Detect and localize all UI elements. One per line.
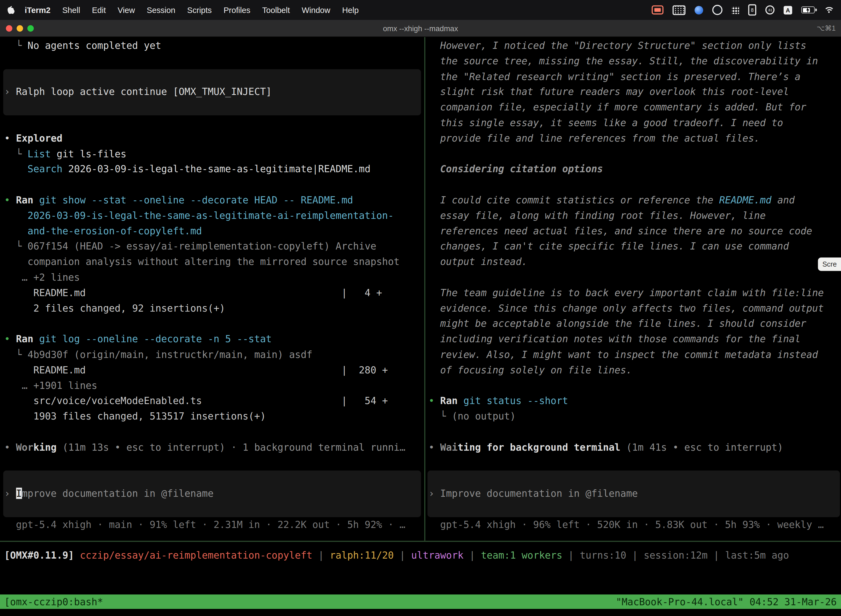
apple-logo[interactable] bbox=[7, 6, 14, 14]
screen: iTerm2ShellEditViewSessionScriptsProfile… bbox=[0, 0, 841, 616]
terminal-line: Considering citation options bbox=[428, 162, 841, 177]
minimize-button[interactable] bbox=[16, 25, 23, 31]
terminal-line bbox=[428, 455, 841, 471]
terminal-line: slight risk that future readers may over… bbox=[428, 84, 841, 100]
gauge-icon[interactable]: .61 bbox=[765, 5, 775, 14]
terminal-line: output instead. bbox=[428, 254, 841, 270]
text-segment: | bbox=[626, 550, 644, 561]
text-segment: gpt-5.4 xhigh · 96% left · 520K in · 5.8… bbox=[428, 519, 823, 530]
screen-recording-icon[interactable] bbox=[652, 5, 664, 14]
app-grid-icon[interactable] bbox=[731, 6, 739, 13]
left-pane-output: └ No agents completed yet› Ralph loop ac… bbox=[4, 38, 424, 532]
text-segment: | bbox=[394, 550, 411, 561]
macos-menu-bar: iTerm2ShellEditViewSessionScriptsProfile… bbox=[0, 0, 841, 20]
input-source-icon[interactable]: A bbox=[784, 6, 792, 14]
window-title-bar[interactable]: omx --xhigh --madmax ⌥⌘1 bbox=[0, 20, 841, 37]
terminal-line: README.md | 280 + bbox=[4, 363, 424, 378]
text-segment: (11m 13s • esc to interrupt) · 1 backgro… bbox=[57, 441, 405, 453]
text-segment bbox=[4, 163, 28, 175]
terminal-line: references need actual files, and since … bbox=[428, 224, 841, 239]
terminal-line: Search 2026-03-09-is-legal-the-same-as-l… bbox=[4, 162, 424, 177]
terminal-line: the source tree, missing the essay. Stil… bbox=[428, 54, 841, 69]
text-segment: • bbox=[428, 441, 440, 453]
terminal-line bbox=[4, 455, 424, 471]
text-segment: README.md | 280 + bbox=[4, 364, 388, 375]
terminal-line: including verification notes with those … bbox=[428, 332, 841, 347]
status-divider bbox=[0, 541, 841, 542]
tmux-host-time: "MacBook-Pro-44.local" 04:52 31-Mar-26 bbox=[616, 596, 837, 607]
text-segment: … +2 lines bbox=[4, 271, 80, 283]
iphone-mirroring-icon[interactable]: 8 bbox=[748, 4, 756, 16]
terminal-line: might be acceptable alongside the file l… bbox=[428, 316, 841, 332]
traffic-lights bbox=[6, 25, 34, 31]
browser-icon[interactable] bbox=[694, 6, 703, 14]
terminal-line bbox=[4, 177, 424, 193]
text-segment: might be acceptable alongside the file l… bbox=[428, 318, 806, 329]
text-segment: └ bbox=[4, 349, 28, 360]
text-segment: • bbox=[4, 132, 16, 144]
terminal-line bbox=[4, 69, 424, 84]
terminal-line: └ List git ls-files bbox=[4, 146, 424, 162]
text-segment: mprove documentation in @filename bbox=[22, 488, 214, 499]
menu-item-window[interactable]: Window bbox=[296, 5, 336, 14]
tmux-pane-left[interactable]: └ No agents completed yet› Ralph loop ac… bbox=[0, 37, 424, 541]
terminal-area: └ No agents completed yet› Ralph loop ac… bbox=[0, 37, 841, 594]
terminal-line bbox=[428, 424, 841, 440]
terminal-line bbox=[4, 502, 424, 517]
text-segment: I bbox=[16, 488, 22, 499]
menu-item-toolbelt[interactable]: Toolbelt bbox=[256, 5, 296, 14]
tmux-pane-right[interactable]: However, I noticed the "Directory Struct… bbox=[425, 37, 841, 541]
terminal-line: essay file, along with finding root file… bbox=[428, 208, 841, 224]
text-segment: git show --stat --oneline --decorate HEA… bbox=[34, 194, 353, 205]
terminal-line bbox=[428, 378, 841, 393]
text-segment: slight risk that future readers may over… bbox=[428, 86, 789, 97]
text-segment: 4b9d30f (origin/main, instructkr/main, m… bbox=[28, 349, 312, 360]
text-segment: Considering citation options bbox=[428, 163, 603, 175]
screen-edge-tooltip[interactable]: Scre bbox=[818, 258, 841, 271]
terminal-line: • Waiting for background terminal (1m 41… bbox=[428, 440, 841, 455]
github-icon[interactable] bbox=[712, 5, 722, 15]
terminal-line: companion analysis without altering the … bbox=[4, 254, 424, 270]
text-segment: provide file and line references from th… bbox=[428, 132, 760, 144]
terminal-line: this single essay, it seems like a good … bbox=[428, 115, 841, 131]
text-segment: › bbox=[428, 488, 440, 499]
menu-item-profiles[interactable]: Profiles bbox=[218, 5, 256, 14]
text-segment: Ran bbox=[16, 194, 34, 205]
wifi-icon[interactable] bbox=[824, 6, 834, 13]
text-segment: and-the-erosion-of-copyleft.md bbox=[4, 225, 202, 236]
tmux-session-window[interactable]: [omx-cczip0:bash* bbox=[4, 596, 103, 607]
text-segment: cczip/essay/ai-reimplementation-copyleft bbox=[80, 550, 312, 561]
text-segment: • bbox=[4, 441, 16, 453]
text-segment: • bbox=[4, 194, 16, 205]
terminal-line bbox=[428, 471, 841, 486]
text-segment: git log --oneline --decorate -n 5 --stat bbox=[34, 333, 272, 345]
menu-item-shell[interactable]: Shell bbox=[56, 5, 86, 14]
menu-item-scripts[interactable]: Scripts bbox=[181, 5, 218, 14]
close-button[interactable] bbox=[6, 25, 12, 31]
text-segment: Explored bbox=[16, 132, 63, 144]
text-segment: No agents completed yet bbox=[28, 40, 161, 51]
terminal-line: and-the-erosion-of-copyleft.md bbox=[4, 224, 424, 239]
terminal-line bbox=[4, 316, 424, 332]
text-segment: However, I noticed the "Directory Struct… bbox=[428, 40, 806, 51]
menu-item-help[interactable]: Help bbox=[336, 5, 365, 14]
text-segment: (1m 41s • esc to interrupt) bbox=[620, 441, 783, 453]
menu-item-session[interactable]: Session bbox=[141, 5, 181, 14]
terminal-line: gpt-5.4 xhigh · main · 91% left · 2.31M … bbox=[4, 517, 424, 532]
terminal-line bbox=[428, 502, 841, 517]
menu-item-iterm2[interactable]: iTerm2 bbox=[19, 5, 56, 14]
text-segment: └ bbox=[4, 241, 28, 252]
keyboard-viewer-icon[interactable] bbox=[673, 5, 686, 15]
battery-charging-icon[interactable] bbox=[801, 6, 815, 13]
terminal-line: • Ran git status --short bbox=[428, 393, 841, 409]
menu-status-icons: 8 .61 A bbox=[652, 4, 834, 16]
text-segment: 2 files changed, 92 insertions(+) bbox=[4, 302, 226, 314]
menu-item-edit[interactable]: Edit bbox=[86, 5, 112, 14]
window-shortcut-hint: ⌥⌘1 bbox=[817, 24, 835, 32]
terminal-line bbox=[428, 146, 841, 162]
menu-item-view[interactable]: View bbox=[112, 5, 141, 14]
text-segment: Search bbox=[28, 163, 62, 175]
zoom-button[interactable] bbox=[27, 25, 34, 31]
text-segment: gpt-5.4 xhigh · main · 91% left · 2.31M … bbox=[4, 519, 406, 530]
terminal-line: • Working (11m 13s • esc to interrupt) ·… bbox=[4, 440, 424, 455]
